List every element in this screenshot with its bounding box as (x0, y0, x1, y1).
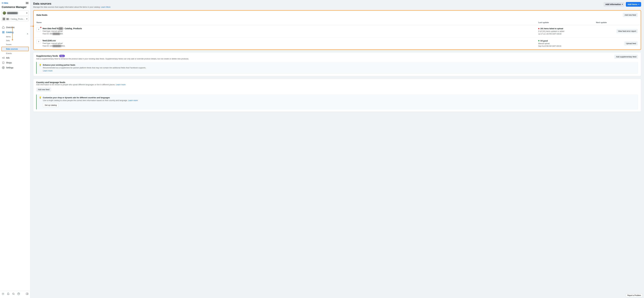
lightbulb-icon: 💡 (39, 64, 42, 66)
caret-down-icon (638, 4, 640, 5)
nav-label: Ads (6, 57, 10, 59)
account-name: ████████ (7, 12, 25, 14)
lightbulb-icon: 💡 (39, 97, 42, 99)
upload-feed-button[interactable]: Upload feed (624, 41, 638, 46)
account-selector[interactable]: ████████ (2, 11, 29, 16)
svg-rect-4 (26, 293, 28, 295)
catalog-icon (2, 31, 4, 34)
nav-settings[interactable]: Settings (0, 65, 30, 70)
caret-down-icon (622, 4, 623, 5)
data-feeds-card: Data feeds Add new feed Name Last update… (33, 10, 641, 50)
section-description: Add a supplementary feed to enhance the … (36, 58, 189, 60)
tip-title: Customize your shop or dynamic ads for d… (43, 97, 636, 99)
page-header: Data sources Manage the data sources tha… (30, 0, 644, 10)
status-text: 191 items failed to upload (540, 27, 563, 30)
add-information-button[interactable]: Add information (604, 2, 625, 7)
learn-more-link[interactable]: Learn more (116, 84, 125, 86)
status-dot-icon (538, 28, 540, 29)
col-next-update: Next update (596, 21, 638, 24)
search-icon[interactable] (12, 292, 15, 295)
learn-more-link[interactable]: Learn more (43, 70, 52, 72)
nav-catalog[interactable]: Catalog (0, 30, 30, 35)
sidebar: ∞ Meta Commerce Manager ████████ ██ - Ca… (0, 0, 30, 298)
home-icon (2, 26, 4, 29)
svg-point-1 (3, 293, 4, 294)
status-timestamp: Sep 9 at 9:58 AM GMT+06:00 (538, 45, 596, 47)
meta-brand-text: Meta (4, 2, 8, 4)
tip-text: Recommended as a supplement for partner … (43, 67, 636, 69)
caret-down-icon (26, 13, 28, 14)
nav-items[interactable]: Items (0, 35, 30, 39)
feed-row[interactable]: New data feed fo███ - Catalog_Products F… (34, 25, 641, 37)
hamburger-icon[interactable] (26, 2, 28, 4)
meta-brand[interactable]: ∞ Meta (2, 2, 8, 5)
avatar-icon (3, 12, 6, 15)
supplementary-feeds-card: Supplementary feeds New Add a supplement… (33, 52, 641, 76)
catalog-name: ██ - Catalog_Products (28… (6, 18, 25, 20)
page-description: Manage the data sources that supply info… (33, 6, 110, 8)
learn-more-link[interactable]: Learn more (128, 99, 138, 101)
nav-label: Settings (6, 66, 14, 69)
report-problem-button[interactable]: Report a Problem (626, 294, 642, 297)
add-new-feed-button[interactable]: Add new feed (623, 13, 638, 17)
meta-logo-icon: ∞ (2, 2, 4, 5)
svg-point-2 (12, 293, 14, 294)
nav-label: Overview (6, 26, 14, 29)
add-items-button[interactable]: Add items (626, 2, 641, 7)
feed-id: Feed ID: 143███████8501 (42, 45, 65, 47)
section-description: Add information to be shown to people wh… (36, 84, 638, 86)
panel-toggle-icon[interactable] (26, 292, 28, 295)
learn-more-link[interactable]: Learn More (101, 6, 110, 8)
status-detail: Manual upload (538, 42, 596, 45)
status-dot-icon (538, 40, 540, 41)
nav-events[interactable]: Events (0, 51, 30, 55)
tip-box: 💡 Enhance your existing partner feeds Re… (36, 62, 638, 74)
upload-icon (36, 40, 41, 44)
svg-point-0 (3, 67, 4, 68)
section-title: Country and language feeds (36, 81, 638, 84)
nav-overview[interactable]: Overview (0, 25, 30, 30)
nav-ads[interactable]: Ads (0, 55, 30, 60)
tip-box: 💡 Customize your shop or dynamic ads for… (36, 94, 638, 109)
add-supplementary-feed-button[interactable]: Add supplementary feed (614, 55, 638, 59)
status-detail: 0 (of 191) items updated or added (538, 30, 596, 33)
nav-data-sources[interactable]: Data sources (2, 47, 28, 51)
feed-name: New data feed fo███ - Catalog_Products (42, 27, 82, 30)
grid-icon (3, 18, 5, 20)
feed-row[interactable]: feed-2240.csv Feed type: manual upload F… (34, 37, 641, 50)
sidebar-nav: Overview Catalog Items Sets Issues Data … (0, 25, 30, 70)
feed-id: Feed ID: 800██████905 (42, 33, 82, 35)
catalog-selector[interactable]: ██ - Catalog_Products (28… (2, 17, 29, 21)
status-text: All good (540, 40, 548, 42)
annotation-arrow-horizontal (30, 26, 34, 26)
help-icon[interactable] (17, 292, 20, 295)
nav-label: Shops (6, 62, 12, 64)
main-content: Data sources Manage the data sources tha… (30, 0, 644, 298)
section-title: Data feeds (36, 14, 48, 16)
setup-catalog-button[interactable]: Set up catalog (43, 103, 58, 107)
country-language-card: Country and language feeds Add informati… (33, 79, 641, 112)
add-new-feed-button[interactable]: Add new feed (36, 87, 51, 92)
tip-text: Use a single catalog to show people the … (43, 99, 636, 101)
feed-type: Feed type: manual upload (42, 42, 65, 45)
upload-icon (36, 27, 41, 32)
col-last-update: Last update (538, 21, 596, 24)
megaphone-icon (2, 57, 4, 59)
feed-type: Feed type: manual upload (42, 30, 82, 33)
bell-icon[interactable] (7, 292, 10, 295)
sidebar-footer (0, 291, 30, 296)
gear-icon (2, 66, 4, 69)
nav-sets[interactable]: Sets (0, 39, 30, 43)
new-badge: New (59, 55, 65, 57)
nav-issues[interactable]: Issues (0, 43, 30, 46)
annotation-arrow-vertical (12, 27, 12, 40)
app-title: Commerce Manager (2, 6, 29, 9)
nav-shops[interactable]: Shops (0, 60, 30, 65)
status-timestamp: Jul 27 at 1:00 PM GMT+06:00 (538, 33, 596, 35)
gear-icon[interactable] (2, 292, 4, 295)
page-title: Data sources (33, 2, 110, 5)
section-title: Supplementary feeds (36, 55, 58, 57)
caret-down-icon (26, 19, 28, 19)
table-header: Name Last update Next update (34, 19, 641, 25)
view-error-report-button[interactable]: View feed error report (616, 29, 638, 33)
